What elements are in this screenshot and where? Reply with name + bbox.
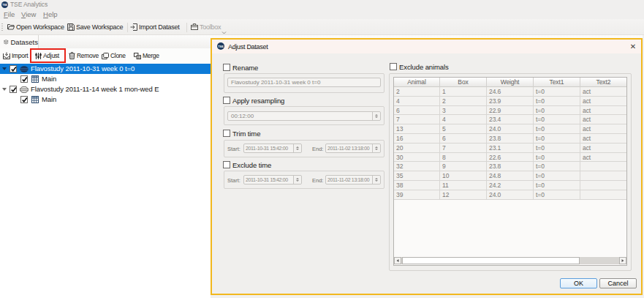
trim-end-value: 2011-11-02 13:18:00 bbox=[327, 146, 369, 151]
ok-button[interactable]: OK bbox=[560, 278, 597, 288]
table-cell: act bbox=[580, 106, 626, 116]
trim-start-spinner[interactable] bbox=[293, 144, 301, 152]
scrollbar-thumb[interactable] bbox=[402, 257, 580, 264]
table-cell: t=0 bbox=[534, 97, 580, 106]
table-column-header[interactable]: Animal bbox=[394, 78, 440, 87]
table-cell: t=0 bbox=[534, 106, 580, 116]
tree-checkbox[interactable] bbox=[10, 65, 17, 72]
rename-checkbox[interactable] bbox=[223, 64, 230, 71]
exclude-animals-checkbox[interactable] bbox=[390, 63, 397, 70]
table-row: 6322.9t=0act bbox=[394, 106, 626, 116]
toolbox-label: Toolbox bbox=[200, 23, 221, 31]
exclude-end-label: End: bbox=[312, 177, 323, 184]
table-grid-icon bbox=[31, 75, 39, 83]
window-background bbox=[211, 295, 644, 298]
table-column-header[interactable]: Text2 bbox=[580, 78, 626, 87]
horizontal-scrollbar[interactable] bbox=[394, 257, 626, 264]
table-cell: act bbox=[580, 134, 626, 144]
open-workspace-button[interactable]: Open Workspace bbox=[7, 19, 64, 34]
table-row: 30822.6t=0act bbox=[394, 153, 626, 163]
open-workspace-label: Open Workspace bbox=[16, 23, 64, 31]
dataset-remove-button[interactable]: Remove bbox=[69, 48, 99, 63]
exclude-end-spinner[interactable] bbox=[372, 176, 380, 184]
table-column-header[interactable]: Box bbox=[440, 78, 487, 87]
dialog-logo-icon: TSE bbox=[217, 42, 224, 50]
table-cell bbox=[580, 181, 626, 190]
dialog-close-button[interactable]: ✕ bbox=[627, 41, 639, 52]
dataset-icon bbox=[20, 66, 29, 72]
tree-checkbox[interactable] bbox=[10, 86, 17, 93]
table-row: 13524.0t=0act bbox=[394, 124, 626, 134]
tree-item-label: Flavostudy 2011-10-31 week 0 t=0 bbox=[31, 64, 135, 73]
table-cell: 20 bbox=[394, 144, 440, 153]
table-cell: 22.6 bbox=[487, 153, 534, 163]
tree-row-dataset-1[interactable]: Flavostudy 2011-10-31 week 0 t=0 bbox=[0, 64, 211, 74]
tree-row-main-1[interactable]: Main bbox=[0, 74, 211, 84]
menu-help[interactable]: Help bbox=[43, 10, 58, 19]
table-cell: 23.9 bbox=[487, 97, 534, 106]
trim-end-spinner[interactable] bbox=[372, 144, 380, 152]
save-workspace-button[interactable]: Save Workspace bbox=[67, 19, 123, 34]
exclude-start-input[interactable]: 2011-10-31 15:42:00 bbox=[243, 175, 302, 185]
table-cell: 24.0 bbox=[487, 190, 534, 200]
toolbar-extension-chevron-icon[interactable] bbox=[221, 31, 227, 34]
tree-item-label: Flavostudy 2011-11-14 week 1 mon-wed E bbox=[31, 85, 159, 94]
table-cell: 23.8 bbox=[487, 162, 534, 171]
table-cell: 22.9 bbox=[487, 106, 534, 116]
table-cell: act bbox=[580, 153, 626, 163]
table-cell: 1 bbox=[440, 87, 487, 97]
dataset-icon bbox=[20, 86, 29, 93]
checkmark-icon bbox=[21, 76, 29, 83]
scrollbar-left-arrow[interactable] bbox=[394, 257, 401, 264]
rename-input[interactable]: Flavostudy 2011-10-31 week 0 t=0 bbox=[227, 78, 381, 87]
exclude-start-spinner[interactable] bbox=[293, 176, 301, 184]
table-cell: 4 bbox=[394, 97, 440, 106]
menu-view[interactable]: View bbox=[21, 10, 36, 19]
dataset-remove-label: Remove bbox=[77, 52, 99, 59]
dataset-import-label: Import bbox=[12, 52, 28, 59]
tree-checkbox[interactable] bbox=[20, 75, 28, 83]
exclude-animals-label: Exclude animals bbox=[399, 63, 449, 71]
table-cell: 24.6 bbox=[487, 87, 534, 97]
scrollbar-right-arrow[interactable] bbox=[619, 257, 626, 264]
table-cell: 2 bbox=[394, 87, 440, 97]
table-cell: 9 bbox=[440, 162, 487, 171]
resampling-checkbox[interactable] bbox=[223, 97, 230, 104]
tree-row-main-2[interactable]: Main bbox=[0, 94, 211, 105]
table-row: 391224.0t=0 bbox=[394, 190, 626, 200]
tree-row-dataset-2[interactable]: Flavostudy 2011-11-14 week 1 mon-wed E bbox=[0, 84, 211, 94]
table-cell: 8 bbox=[440, 153, 487, 163]
table-cell: t=0 bbox=[534, 181, 580, 190]
save-workspace-label: Save Workspace bbox=[76, 23, 123, 31]
tree-checkbox[interactable] bbox=[20, 96, 28, 103]
expand-arrow-icon[interactable] bbox=[2, 88, 7, 91]
table-column-header[interactable]: Weight bbox=[487, 78, 534, 87]
expand-arrow-icon[interactable] bbox=[2, 67, 7, 70]
tree-item-label: Main bbox=[42, 95, 56, 104]
trim-end-input[interactable]: 2011-11-02 13:18:00 bbox=[325, 144, 381, 153]
table-cell: 23.1 bbox=[487, 144, 534, 153]
toolbar-drag-handle[interactable] bbox=[1, 23, 3, 32]
table-cell: 16 bbox=[394, 134, 440, 144]
resampling-spinner[interactable] bbox=[372, 112, 380, 120]
import-dataset-button[interactable]: Import Dataset bbox=[130, 19, 180, 34]
dataset-import-button[interactable]: Import bbox=[3, 48, 28, 63]
table-cell: 30 bbox=[394, 153, 440, 163]
exclude-end-input[interactable]: 2011-11-02 13:18:00 bbox=[325, 175, 381, 185]
table-column-header[interactable]: Text1 bbox=[534, 78, 580, 87]
table-cell: 24.2 bbox=[487, 181, 534, 190]
table-cell: 5 bbox=[440, 124, 487, 134]
cancel-button[interactable]: Cancel bbox=[599, 278, 637, 288]
exclude-time-checkbox[interactable] bbox=[223, 161, 230, 168]
toolbox-button[interactable]: Toolbox bbox=[191, 19, 221, 34]
dataset-merge-button[interactable]: Merge bbox=[134, 48, 159, 63]
resampling-input[interactable]: 00:12:00 bbox=[227, 111, 381, 121]
import-dataset-label: Import Dataset bbox=[139, 23, 180, 31]
menu-file[interactable]: File bbox=[4, 10, 15, 19]
trim-start-input[interactable]: 2011-10-31 15:42:00 bbox=[243, 144, 302, 153]
tab-datasets[interactable]: Datasets bbox=[0, 35, 39, 48]
table-cell: t=0 bbox=[534, 87, 580, 97]
table-cell: 38 bbox=[394, 181, 440, 190]
trim-time-checkbox[interactable] bbox=[223, 130, 230, 137]
dataset-clone-button[interactable]: Clone bbox=[102, 48, 126, 63]
